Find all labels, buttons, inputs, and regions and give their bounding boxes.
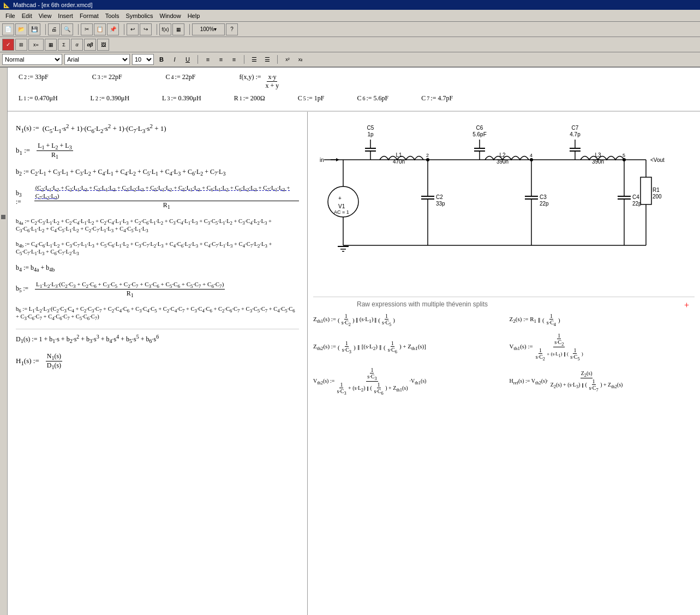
app-icon: 📐 <box>3 2 10 8</box>
Vth1-lhs: Vth1(s) := <box>510 343 533 351</box>
list-btn[interactable]: ☰ <box>249 54 260 65</box>
menu-file[interactable]: File <box>2 11 19 20</box>
b1-den: R1 <box>50 151 59 160</box>
size-select[interactable]: 10 <box>132 54 154 65</box>
format-bar: Normal Arial 10 B I U ≡ ≡ ≡ ☰ ☰ x² x₂ <box>0 52 700 68</box>
thevenin-grid: Zth1(s) := ( 1 s·C2 ) ‖ (s·L1) ‖ <box>313 313 695 396</box>
menu-help[interactable]: Help <box>184 11 204 20</box>
thevenin-title: Raw expressions with multiple thévenin s… <box>357 300 488 308</box>
Href-frac: Z2(s) Z2(s) + (s·L3) ‖ ( 1 s·C7 ) <box>550 370 624 393</box>
Zth1-f1: 1 s·C2 <box>341 313 351 327</box>
redo-btn[interactable]: ↪ <box>140 23 152 35</box>
r1-rect <box>641 177 651 204</box>
b1-num: L1 + L2 + L3 <box>37 142 73 151</box>
b5-den: R1 <box>125 290 135 298</box>
b4a-body: b4a := C2·C3·L1·L2 + C2·C4·L1·L2 + C2·C4… <box>16 218 299 233</box>
c5-label: C5 <box>367 125 374 131</box>
open-btn[interactable]: 📂 <box>15 23 27 35</box>
menu-edit[interactable]: Edit <box>19 11 35 20</box>
worksheet[interactable]: C2 := 33pF C3 := 22pF C4 := 22pF f(x,y) … <box>8 68 700 615</box>
par-sym1: ‖ <box>356 317 358 323</box>
Zth1-eq: Zth1(s) := ( 1 s·C2 ) ‖ (s·L1) ‖ <box>313 313 499 327</box>
print-btn[interactable]: 🖨 <box>48 23 60 35</box>
cut-btn[interactable]: ✂ <box>81 23 93 35</box>
b1-fraction: L1 + L2 + L3 R1 <box>37 142 73 160</box>
new-btn[interactable]: 📄 <box>2 23 14 35</box>
v1-plus: + <box>338 195 342 201</box>
insert-matrix[interactable]: ▦ <box>172 23 184 35</box>
Vth2-eq: Vth2(s) := 1 s·C3 <box>313 367 499 396</box>
N1-body: (C5·L1·s2 + 1)·(C6·L2·s2 + 1)·(C7·L3·s2 … <box>43 123 166 134</box>
math4-btn[interactable]: α <box>71 39 83 51</box>
sep3 <box>121 24 124 35</box>
numlist-btn[interactable]: ☰ <box>262 54 273 65</box>
par-sym3: ‖ <box>538 317 541 323</box>
xeq-btn[interactable]: x= <box>28 39 44 51</box>
copy-btn[interactable]: 📋 <box>94 23 106 35</box>
menu-tools[interactable]: Tools <box>102 11 123 20</box>
Z2-eq: Z2(s) := R1 ‖ ( 1 s·C4 ) <box>510 313 695 327</box>
preview-btn[interactable]: 🔍 <box>61 23 73 35</box>
var-L3: L3 := 0.390μH <box>162 94 201 102</box>
c7-label: C7 <box>572 125 579 131</box>
insert-graph[interactable]: f(x) <box>159 23 171 35</box>
v1-value: AC = 1 <box>334 209 349 215</box>
calc-btn[interactable]: ✓ <box>2 39 14 51</box>
align-right-btn[interactable]: ≡ <box>229 54 240 65</box>
b2-body: b2 := C2·L1 + C3·L1 + C3·L2 + C4·L1 + C4… <box>16 168 225 177</box>
italic-btn[interactable]: I <box>169 54 180 65</box>
zoom-select[interactable]: 100%▾ <box>192 23 225 35</box>
var-C6: C6 := 5.6pF <box>357 94 388 102</box>
align-left-btn[interactable]: ≡ <box>202 54 213 65</box>
picture-btn[interactable]: 🖼 <box>97 39 109 51</box>
bold-btn[interactable]: B <box>156 54 167 65</box>
region-marker <box>1 215 5 219</box>
Z2-f1: 1 s·C4 <box>546 313 557 327</box>
fmt-sep1 <box>198 55 198 64</box>
superscript-btn[interactable]: x² <box>282 54 293 65</box>
N1-eq: N1(s) := (C5·L1·s2 + 1)·(C6·L2·s2 + 1)·(… <box>16 123 299 134</box>
underline-btn[interactable]: U <box>182 54 193 65</box>
menu-format[interactable]: Format <box>76 11 102 20</box>
undo-btn[interactable]: ↩ <box>127 23 139 35</box>
style-select[interactable]: Normal <box>2 54 62 65</box>
l1-value: 470n <box>393 159 405 165</box>
H1-num: N1(s) <box>46 352 62 361</box>
Zth2-f1: 1 s·C3 <box>342 340 352 354</box>
fmt-sep2 <box>244 55 244 64</box>
subscript-btn[interactable]: x₂ <box>295 54 306 65</box>
b4-body: b4 := b4a + b4b <box>16 264 55 273</box>
var-row-2: L1 := 0.470μH L2 := 0.390μH L3 := 0.390μ… <box>19 94 689 102</box>
var-R1: R1 := 200Ω <box>234 94 265 102</box>
help-btn[interactable]: ? <box>226 23 238 35</box>
menu-insert[interactable]: Insert <box>55 11 76 20</box>
node-num-2: 2 <box>426 153 429 158</box>
var-fxy: f(x,y) := x·y x + y <box>239 73 280 90</box>
align-center-btn[interactable]: ≡ <box>216 54 226 65</box>
table-btn[interactable]: ⊞ <box>15 39 27 51</box>
b6-body: b6 := L1·L2·L3·(C2·C3·C4 + C2·C3·C7 + C2… <box>16 306 299 321</box>
b1-label: b1 := <box>16 146 30 156</box>
paste-btn[interactable]: 📌 <box>107 23 119 35</box>
vout-label: <Vout <box>650 157 665 163</box>
symbol-btn[interactable]: αβ <box>84 39 96 51</box>
sep4 <box>154 24 157 35</box>
b5-fraction: L1·L2·L3·(C2·C3 + C2·C6 + C3·C5 + C2·C7 … <box>35 281 225 299</box>
Zth1-lhs: Zth1(s) := <box>313 316 336 324</box>
matrix2-btn[interactable]: ▦ <box>45 39 57 51</box>
b6-eq: b6 := L1·L2·L3·(C2·C3·C4 + C2·C3·C7 + C2… <box>16 306 299 321</box>
H1-fraction: N1(s) D1(s) <box>46 352 62 371</box>
menu-window[interactable]: Window <box>157 11 184 20</box>
var-C7: C7 := 4.7pF <box>421 94 453 102</box>
font-select[interactable]: Arial <box>64 54 130 65</box>
node-num-4: 4 <box>530 153 533 158</box>
add-btn[interactable]: + <box>684 300 689 310</box>
math3-btn[interactable]: Σ <box>58 39 70 51</box>
save-btn[interactable]: 💾 <box>28 23 40 35</box>
D1-body: D1(s) := 1 + b1·s + b2·s2 + b3·s3 + b4·s… <box>16 334 159 344</box>
b3-label: b3 := <box>16 190 28 204</box>
menu-view[interactable]: View <box>35 11 55 20</box>
Vth1-frac: 1 s·C2 1 s·C2 + (s·L1) <box>535 333 584 361</box>
menu-symbolics[interactable]: Symbolics <box>122 11 156 20</box>
Z2-lhs: Z2(s) := R1 <box>510 316 537 324</box>
